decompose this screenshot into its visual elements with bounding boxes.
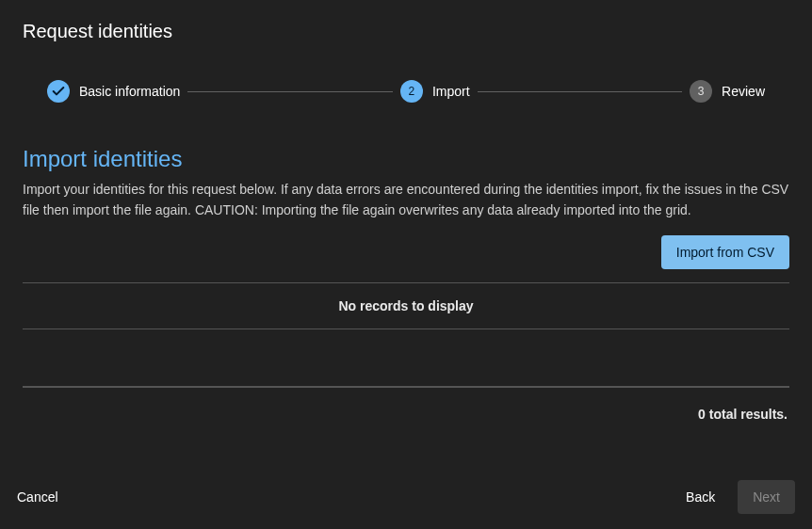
import-from-csv-button[interactable]: Import from CSV	[661, 235, 789, 269]
step-number-icon: 2	[400, 80, 423, 103]
import-actions: Import from CSV	[23, 235, 789, 269]
step-label: Import	[432, 84, 470, 99]
identities-grid: No records to display	[23, 282, 789, 329]
step-review[interactable]: 3 Review	[690, 80, 765, 103]
grid-empty-message: No records to display	[338, 298, 473, 313]
results-summary: 0 total results.	[23, 388, 789, 422]
cancel-button[interactable]: Cancel	[17, 480, 73, 514]
section-title: Import identities	[23, 146, 789, 172]
check-icon	[47, 80, 70, 103]
wizard-stepper: Basic information 2 Import 3 Review	[0, 57, 812, 114]
back-button[interactable]: Back	[671, 480, 730, 514]
request-identities-dialog: Request identities Basic information 2 I…	[0, 0, 812, 529]
dialog-header: Request identities	[0, 0, 812, 57]
dialog-content: Import identities Import your identities…	[0, 114, 812, 465]
step-basic-information[interactable]: Basic information	[47, 80, 180, 103]
step-connector	[187, 91, 393, 92]
dialog-title: Request identities	[23, 21, 789, 42]
step-connector	[478, 91, 683, 92]
next-button[interactable]: Next	[738, 480, 795, 514]
step-label: Review	[722, 84, 765, 99]
dialog-footer: Cancel Back Next	[0, 465, 812, 529]
section-description: Import your identities for this request …	[23, 180, 789, 220]
step-number-icon: 3	[690, 80, 712, 103]
step-label: Basic information	[79, 84, 180, 99]
step-import[interactable]: 2 Import	[400, 80, 470, 103]
